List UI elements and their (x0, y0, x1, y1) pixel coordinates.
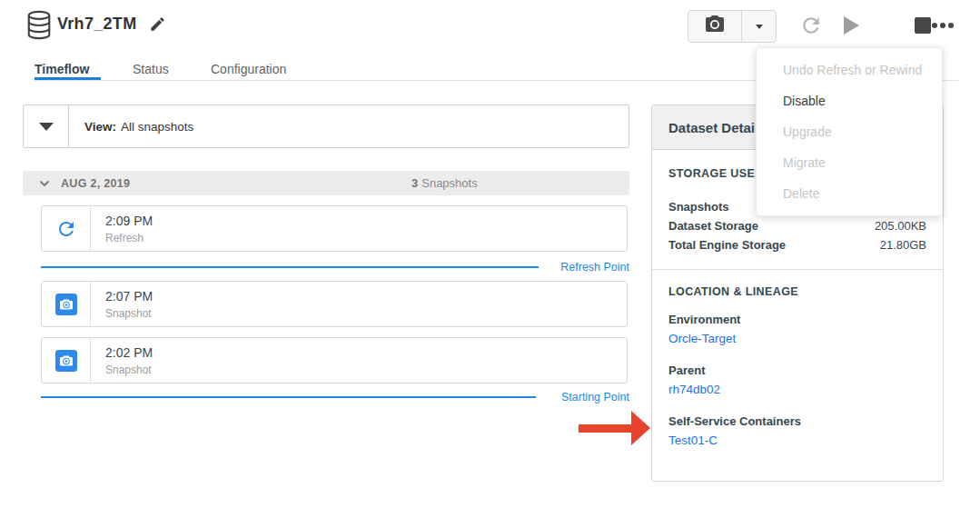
triangle-down-icon (39, 123, 54, 131)
chevron-down-icon (756, 25, 763, 29)
menu-item-undo-refresh-or-rewind: Undo Refresh or Rewind (757, 55, 942, 85)
database-icon (25, 10, 53, 44)
more-actions-button[interactable] (932, 23, 954, 28)
page-title: Vrh7_2TM (57, 15, 136, 34)
menu-item-upgrade: Upgrade (757, 116, 942, 147)
refresh-point-line (41, 266, 539, 268)
chevron-down-icon[interactable] (39, 180, 50, 187)
timeline-item-refresh[interactable]: 2:09 PM Refresh (41, 205, 628, 252)
storage-row-dataset-storage: Dataset Storage 205.00KB (668, 219, 926, 233)
parent-link[interactable]: rh74db02 (668, 383, 720, 396)
timeline-item-snapshot[interactable]: 2:02 PM Snapshot (41, 337, 628, 384)
location-lineage-heading: LOCATION & LINEAGE (668, 285, 798, 298)
count-label: Snapshots (421, 176, 477, 190)
timeline-item-snapshot[interactable]: 2:07 PM Snapshot (41, 281, 628, 327)
snapshot-button[interactable] (688, 11, 742, 42)
menu-item-delete: Delete (757, 178, 942, 209)
storage-row-total-engine-storage: Total Engine Storage 21.80GB (668, 238, 926, 252)
edit-pencil-icon[interactable] (149, 15, 166, 36)
annotation-arrow-head (631, 411, 650, 445)
refresh-button[interactable] (799, 14, 823, 41)
count-number: 3 (411, 176, 418, 190)
timeline-item-text: 2:09 PM Refresh (91, 206, 153, 251)
starting-point-label: Starting Point (561, 391, 629, 403)
snapshot-time: 2:07 PM (105, 289, 153, 304)
environment-link[interactable]: Orcle-Target (668, 332, 736, 345)
snapshot-split-button[interactable] (688, 10, 777, 43)
snapshot-time: 2:09 PM (105, 214, 153, 228)
camera-icon (42, 338, 91, 383)
ellipsis-dot (932, 23, 937, 28)
view-text: View: All snapshots (69, 105, 193, 147)
snapshot-type: Snapshot (105, 364, 153, 376)
panel-divider (652, 269, 943, 270)
storage-row-label: Snapshots (668, 200, 728, 214)
timeline-item-text: 2:02 PM Snapshot (91, 338, 153, 383)
snapshot-type: Snapshot (105, 307, 153, 320)
starting-point-line (41, 396, 536, 398)
view-value: All snapshots (121, 120, 193, 134)
camera-icon (42, 282, 91, 326)
refresh-point-label: Refresh Point (560, 261, 629, 274)
self-service-container-link[interactable]: Test01-C (668, 433, 718, 447)
self-service-containers-label: Self-Service Containers (668, 414, 801, 428)
tab-configuration[interactable]: Configuration (211, 62, 286, 76)
view-dropdown-toggle[interactable] (24, 105, 69, 147)
view-selector[interactable]: View: All snapshots (23, 105, 629, 148)
actions-context-menu: Undo Refresh or Rewind Disable Upgrade M… (756, 47, 943, 216)
snapshot-time: 2:02 PM (105, 345, 153, 360)
ellipsis-dot (948, 23, 954, 28)
tab-status[interactable]: Status (133, 62, 169, 76)
camera-icon (704, 14, 726, 39)
snapshot-dropdown-toggle[interactable] (742, 11, 776, 42)
environment-label: Environment (668, 313, 740, 326)
menu-item-migrate: Migrate (757, 147, 942, 178)
dataset-page: Vrh7_2TM Timeflow Status Configuration (0, 0, 980, 518)
tab-timeflow[interactable]: Timeflow (35, 62, 89, 76)
refresh-icon (42, 206, 91, 251)
storage-row-label: Dataset Storage (668, 219, 758, 233)
storage-row-value: 21.80GB (880, 238, 926, 252)
timeline-item-text: 2:07 PM Snapshot (91, 282, 153, 326)
group-date: AUG 2, 2019 (61, 177, 130, 190)
snapshot-type: Refresh (105, 232, 153, 244)
date-group-header[interactable]: AUG 2, 2019 3Snapshots (23, 171, 629, 195)
stop-button[interactable] (915, 17, 931, 34)
ellipsis-dot (940, 23, 945, 28)
storage-used-heading: STORAGE USED (668, 167, 764, 180)
group-snapshot-count: 3Snapshots (411, 176, 478, 190)
menu-item-disable[interactable]: Disable (757, 85, 942, 116)
storage-row-value: 205.00KB (875, 219, 926, 233)
parent-label: Parent (668, 364, 705, 377)
storage-row-label: Total Engine Storage (668, 238, 786, 252)
annotation-arrow (579, 424, 633, 433)
view-label: View: (84, 120, 116, 134)
start-button[interactable] (844, 16, 859, 35)
